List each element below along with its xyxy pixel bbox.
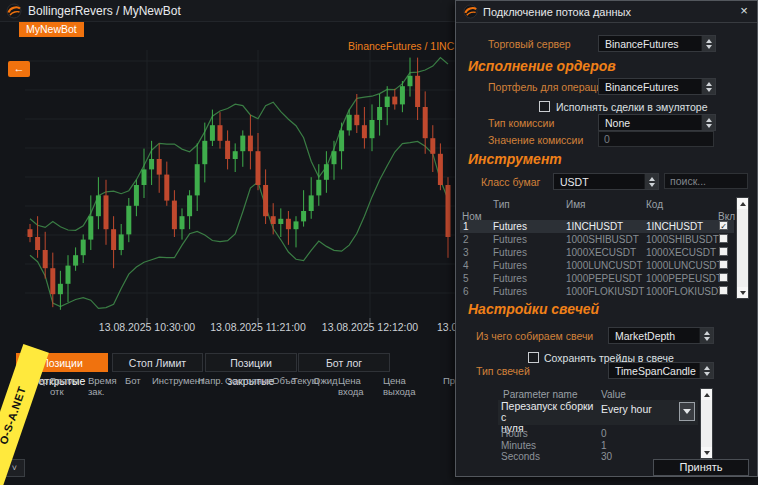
instrument-row[interactable]: 3Futures1000XECUSDT1000XECUSDT xyxy=(460,246,734,259)
candle-source-label: Из чего собираем свечи xyxy=(476,330,593,342)
instrument-row[interactable]: 4Futures1000LUNCUSDT1000LUNCUSDT xyxy=(460,259,734,272)
column-header: Состояние xyxy=(225,375,272,386)
param-name[interactable]: Minutes xyxy=(501,440,536,451)
instrument-row[interactable]: 6Futures1000FLOKIUSDT1000FLOKIUSDT xyxy=(460,285,734,298)
class-value: USDT xyxy=(554,174,644,189)
param-name[interactable]: Hours xyxy=(501,428,528,439)
scroll-down-icon[interactable] xyxy=(701,447,712,458)
dialog-title: Подключение потока данных xyxy=(483,6,631,18)
instrument-table: 1Futures1INCHUSDT1INCHUSDT✓2Futures1000S… xyxy=(460,220,734,299)
cell: Futures xyxy=(493,247,527,258)
cell: 1000LUNCUSDT xyxy=(646,260,723,271)
cell: 1 xyxy=(463,221,469,232)
instrument-section-header: Инструмент xyxy=(468,151,562,167)
bottom-tab[interactable]: Стоп Лимит xyxy=(112,353,203,372)
accept-button[interactable]: Принять xyxy=(653,459,749,476)
cell: 1000XECUSDT xyxy=(566,247,636,258)
fee-type-label: Тип комиссии xyxy=(488,117,554,129)
x-axis-label: 13.08.2025 12:12:00 xyxy=(322,321,418,333)
row-checkbox[interactable] xyxy=(719,273,728,282)
instrument-row[interactable]: 5Futures1000PEPEUSDT1000PEPEUSDT xyxy=(460,272,734,285)
cell: 4 xyxy=(463,260,469,271)
app-window: 13.08.2025 10:30:0013.08.2025 11:21:0013… xyxy=(0,0,758,485)
strategy-tab-mynewbot[interactable]: MyNewBot xyxy=(19,22,84,37)
portfolio-label: Портфель для операций xyxy=(488,81,608,93)
row-checkbox[interactable] xyxy=(719,286,728,295)
row-checkbox[interactable] xyxy=(719,260,728,269)
dialog-titlebar[interactable]: Подключение потока данных × xyxy=(456,1,757,23)
param-value[interactable]: 1 xyxy=(601,440,607,451)
cell: 1000FLOKIUSDT xyxy=(646,286,724,297)
data-stream-dialog: Подключение потока данных × Торговый сер… xyxy=(455,0,758,477)
column-header: Инструмент xyxy=(152,375,204,386)
candle-source-combo[interactable]: MarketDepth xyxy=(608,327,714,344)
scroll-down-icon[interactable] xyxy=(737,287,748,298)
candle-type-combo[interactable]: TimeSpanCandle xyxy=(608,362,714,379)
row-checkbox[interactable] xyxy=(719,234,728,243)
emulator-checkbox[interactable] xyxy=(539,101,550,112)
column-header: Ценавыхода xyxy=(383,375,415,397)
app-logo-icon xyxy=(463,4,478,19)
fee-value-label: Значение комиссии xyxy=(488,134,583,146)
cell: Futures xyxy=(493,221,527,232)
search-input[interactable] xyxy=(664,173,748,189)
fee-type-value: None xyxy=(599,115,701,130)
cell: 2 xyxy=(463,234,469,245)
spinner-icon[interactable] xyxy=(701,36,715,51)
fee-value-input[interactable] xyxy=(598,131,714,147)
class-label: Класс бумаг xyxy=(481,176,540,188)
param-name[interactable]: Seconds xyxy=(501,451,540,462)
spinner-icon[interactable] xyxy=(699,328,713,343)
cell: 5 xyxy=(463,273,469,284)
instrument-row[interactable]: 1Futures1INCHUSDT1INCHUSDT✓ xyxy=(460,220,734,233)
candle-source-value: MarketDepth xyxy=(609,328,699,343)
cell: Futures xyxy=(493,273,527,284)
column-header: Напр. xyxy=(198,375,223,386)
bottom-tab[interactable]: Позиции закрытые xyxy=(205,353,297,372)
cell: 1INCHUSDT xyxy=(566,221,623,232)
server-label: Торговый сервер xyxy=(488,38,571,50)
cell: 1000XECUSDT xyxy=(646,247,716,258)
col-type-header: Тип xyxy=(493,199,510,210)
x-axis-label: 13.08.2025 10:30:00 xyxy=(99,321,195,333)
param-row-restart[interactable]: Перезапуск сборки снуля Every hour xyxy=(498,400,698,425)
cell: 1000SHIBUSDT xyxy=(566,234,639,245)
param-value-header: Value xyxy=(601,389,626,400)
cell: 1INCHUSDT xyxy=(646,221,703,232)
portfolio-combo[interactable]: BinanceFutures xyxy=(598,78,716,95)
bottom-tab[interactable]: Бот лог xyxy=(298,353,390,372)
col-code-header: Код xyxy=(646,199,663,210)
cell: 1000PEPEUSDT xyxy=(646,273,722,284)
scroll-up-icon[interactable] xyxy=(701,389,712,400)
server-combo[interactable]: BinanceFutures xyxy=(598,35,716,52)
cell: 1000FLOKIUSDT xyxy=(566,286,644,297)
instrument-scrollbar[interactable] xyxy=(736,197,749,299)
scroll-up-icon[interactable] xyxy=(737,198,748,209)
back-button[interactable]: ← xyxy=(8,61,30,77)
spinner-icon[interactable] xyxy=(701,79,715,94)
cell: 1000LUNCUSDT xyxy=(566,260,643,271)
emulator-checkbox-label: Исполнять сделки в эмуляторе xyxy=(556,101,708,113)
column-header: Ценавхода xyxy=(338,375,364,397)
spinner-icon[interactable] xyxy=(699,363,713,378)
cell: Futures xyxy=(493,260,527,271)
row-checkbox[interactable] xyxy=(719,247,728,256)
fee-type-combo[interactable]: None xyxy=(598,114,716,131)
params-scrollbar[interactable] xyxy=(700,388,713,459)
cell: 6 xyxy=(463,286,469,297)
spinner-icon[interactable] xyxy=(701,115,715,130)
dropdown-arrow-icon[interactable] xyxy=(679,402,695,421)
spinner-icon[interactable] xyxy=(644,174,658,189)
positions-table-header: НомерВремяоткВремязак.БотИнструментНапр.… xyxy=(0,375,455,403)
param-value[interactable]: 30 xyxy=(601,451,612,462)
row-checkbox-checked[interactable]: ✓ xyxy=(719,221,728,230)
param-value[interactable]: 0 xyxy=(601,428,607,439)
class-combo[interactable]: USDT xyxy=(553,173,659,190)
candle-type-label: Тип свечей xyxy=(476,365,530,377)
candles-section-header: Настройки свечей xyxy=(468,301,599,317)
column-header: Времязак. xyxy=(88,375,117,397)
save-trades-checkbox[interactable] xyxy=(528,352,539,363)
cell: 3 xyxy=(463,247,469,258)
close-icon[interactable]: × xyxy=(736,3,752,18)
instrument-row[interactable]: 2Futures1000SHIBUSDT1000SHIBUSDT xyxy=(460,233,734,246)
